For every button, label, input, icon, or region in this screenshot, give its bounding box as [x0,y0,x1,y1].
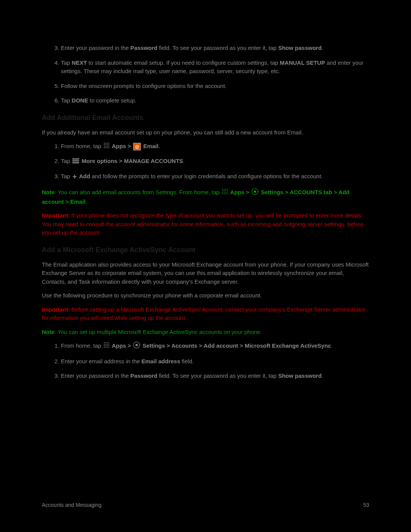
svg-rect-33 [225,193,226,194]
text-bold: DONE [72,97,88,104]
text: Enter your password in the [61,372,131,379]
svg-rect-13 [105,147,106,148]
text: Tap [61,59,72,66]
svg-rect-8 [104,146,105,147]
svg-rect-11 [108,146,109,147]
list-item: Tap DONE to complete setup. [61,96,369,105]
svg-rect-20 [224,189,225,190]
text: to complete setup. [88,97,137,104]
svg-rect-43 [107,344,108,345]
svg-rect-38 [105,342,106,343]
svg-rect-47 [107,345,108,346]
text-bold: Email address [142,358,180,364]
svg-rect-5 [105,144,106,145]
svg-rect-51 [107,347,108,348]
text-bold: Apps > [229,189,251,195]
svg-rect-27 [222,192,223,193]
svg-rect-48 [108,345,109,346]
svg-rect-15 [108,147,109,148]
svg-rect-46 [105,345,106,346]
svg-rect-9 [105,146,106,147]
add-account-steps: From home, tap Apps > @ Email. Tap More … [42,142,369,181]
page: Enter your password in the Password fiel… [0,0,411,532]
svg-rect-12 [104,147,105,148]
list-item: From home, tap Apps > Settings > Account… [61,342,369,351]
important-block: Important: Before setting up a Microsoft… [42,305,369,323]
text-bold: Show password [278,45,322,51]
text-bold: Settings > Accounts > Add account > Micr… [141,342,331,349]
note-block: Note: You can set up multiple Microsoft … [42,328,369,337]
svg-rect-16 [72,158,79,160]
list-item: Enter your password in the Password fiel… [61,372,369,380]
text: . [183,158,185,164]
svg-rect-19 [222,189,223,190]
note-label: Note [42,189,54,195]
list-item: Tap + Add and follow the prompts to ente… [61,172,369,181]
important-label: Important [42,212,68,219]
svg-rect-29 [225,192,226,193]
svg-rect-52 [108,347,109,348]
svg-point-36 [254,190,256,193]
svg-rect-7 [108,144,109,145]
text-bold: Show password [278,372,322,379]
text-bold: MANUAL SETUP [280,59,325,66]
text-bold: Apps > [110,143,132,149]
page-footer: Accounts and Messaging 53 [42,501,369,509]
text: . [322,45,323,51]
exchange-steps: From home, tap Apps > Settings > Account… [42,342,369,380]
list-item: Follow the onscreen prompts to configure… [61,82,369,91]
svg-rect-6 [107,144,108,145]
content-body: Enter your password in the Password fiel… [42,44,369,380]
text: field. To see your password as you enter… [157,45,278,51]
important-block: Important: If your phone does not recogn… [42,211,369,237]
svg-rect-40 [108,342,109,343]
text: Enter your password in the [61,45,131,51]
svg-rect-42 [105,344,106,345]
svg-rect-26 [227,190,228,191]
settings-gear-icon [133,342,140,351]
text-bold: Password [131,372,158,379]
text: : You can also add email accounts from S… [54,189,221,195]
svg-rect-2 [107,143,108,144]
svg-rect-41 [104,344,105,345]
note-block: Note: You can also add email accounts fr… [42,188,369,206]
paragraph: Use the following procedure to synchroni… [42,291,369,300]
list-item: Tap NEXT to start automatic email setup.… [61,59,369,76]
svg-rect-24 [224,190,225,191]
svg-rect-1 [105,143,106,144]
more-options-icon [72,157,79,166]
text: Enter your email address in the [61,358,142,364]
text-bold: More options > MANAGE ACCOUNTS [80,158,183,164]
text-bold: NEXT [72,59,87,66]
text: Follow the onscreen prompts to configure… [61,83,226,89]
text: : Before setting up a Microsoft Exchange… [42,306,365,321]
svg-rect-45 [104,345,105,346]
apps-grid-icon [104,142,110,151]
svg-rect-39 [107,342,108,343]
svg-rect-28 [224,192,225,193]
text-bold: Add [78,173,90,179]
text: field. [180,358,194,364]
svg-rect-30 [227,192,228,193]
list-item: Enter your password in the Password fiel… [61,44,369,53]
settings-gear-icon [252,188,258,198]
svg-rect-31 [222,193,223,194]
text: Tap [61,97,72,104]
important-label: Important [42,306,68,313]
note-label: Note [42,329,54,335]
svg-rect-0 [104,143,105,144]
apps-grid-icon [104,342,110,351]
text-bold: Apps > [110,342,132,349]
svg-rect-10 [107,146,108,147]
plus-icon: + [72,173,77,181]
paragraph: If you already have an email account set… [42,128,369,137]
text: From home, tap [61,143,103,149]
text: From home, tap [61,342,103,349]
text: field. To see your password as you enter… [157,372,278,379]
svg-rect-14 [107,147,108,148]
svg-rect-22 [227,189,228,190]
text: to start automatic email setup. If you n… [87,59,280,66]
apps-grid-icon [222,189,228,197]
svg-rect-4 [104,144,105,145]
svg-rect-23 [222,190,223,191]
